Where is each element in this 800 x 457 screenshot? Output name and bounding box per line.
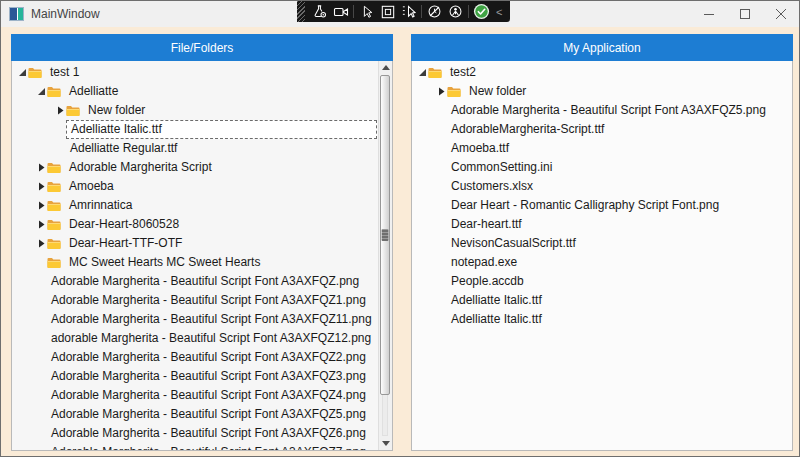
tree-item-label[interactable]: Adorable Margherita - Beautiful Script F… [47, 292, 370, 309]
tree-item-label[interactable]: New folder [84, 102, 149, 119]
tree-item-label[interactable]: notepad.exe [447, 254, 521, 271]
collapse-chevron-icon[interactable]: < [492, 6, 505, 18]
tree-item-label[interactable]: Adorable Margherita - Beautiful Script F… [47, 406, 370, 423]
tree-item-label[interactable]: Amoeba.ttf [447, 140, 513, 157]
tree-item-file[interactable]: Adorable Margherita - Beautiful Script F… [13, 291, 377, 310]
tree-item-folder[interactable]: Dear-Heart-8060528 [13, 215, 377, 234]
tree-item-file[interactable]: People.accdb [413, 272, 792, 291]
collapsed-icon[interactable] [35, 181, 47, 193]
tree-item-file[interactable]: adorable Margherita - Beautiful Script F… [13, 329, 377, 348]
tree-item-label[interactable]: Adelliatte Italic.ttf [447, 292, 546, 309]
tree-item-label[interactable]: People.accdb [447, 273, 528, 290]
tree-item-folder[interactable]: Amoeba [13, 177, 377, 196]
tree-item-file[interactable]: Adorable Margherita - Beautiful Script F… [13, 367, 377, 386]
tree-item-label[interactable]: Dear Heart - Romantic Calligraphy Script… [447, 197, 723, 214]
tree-item-label[interactable]: Adelliatte Italic.ttf [447, 311, 546, 328]
scroll-up-button[interactable] [379, 61, 392, 74]
tree-item-label[interactable]: test2 [446, 64, 480, 81]
tree-item-folder[interactable]: test2 [413, 63, 792, 82]
tree-item-folder[interactable]: Amrinnatica [13, 196, 377, 215]
tree-item-folder[interactable]: MC Sweet Hearts MC Sweet Hearts [13, 253, 377, 272]
tree-item-label[interactable]: New folder [465, 83, 530, 100]
tree-item-label[interactable]: Adorable Margherita - Beautiful Script F… [47, 349, 370, 366]
tree-item-label[interactable]: AdorableMargherita-Script.ttf [447, 121, 608, 138]
collapsed-icon[interactable] [35, 162, 47, 174]
tree-item-label[interactable]: Amoeba [65, 178, 118, 195]
minimize-button[interactable] [691, 1, 727, 27]
tree-item-label[interactable]: Adorable Margherita - Beautiful Script F… [47, 273, 363, 290]
tree-item-label[interactable]: test 1 [46, 64, 83, 81]
pointer-tracking-icon[interactable] [398, 1, 419, 22]
expanded-icon[interactable] [35, 86, 47, 98]
expanded-icon[interactable] [16, 67, 28, 79]
tree-item-label[interactable]: Adorable Margherita - Beautiful Script F… [47, 368, 370, 385]
tree-item-label[interactable]: Amrinnatica [65, 197, 136, 214]
drag-grip-icon[interactable] [297, 1, 305, 22]
tree-item-file[interactable]: Dear-heart.ttf [413, 215, 792, 234]
frame-capture-icon[interactable] [377, 1, 398, 22]
tree-item-file[interactable]: CommonSetting.ini [413, 158, 792, 177]
tree-item-file[interactable]: Adorable Margherita - Beautiful Script F… [13, 386, 377, 405]
tree-item-folder[interactable]: test 1 [13, 63, 377, 82]
tree-item-label[interactable]: Adorable Margherita - Beautiful Script F… [447, 102, 770, 119]
tree-item-label[interactable]: Dear-heart.ttf [447, 216, 526, 233]
tree-item-label[interactable]: Dear-Heart-8060528 [65, 216, 183, 233]
tree-item-label[interactable]: Adorable Margherita Script [65, 159, 216, 176]
tree-item-file[interactable]: AdorableMargherita-Script.ttf [413, 120, 792, 139]
tree-item-label[interactable]: CommonSetting.ini [447, 159, 556, 176]
tree-item-folder[interactable]: New folder [413, 82, 792, 101]
tree-item-label-selected[interactable]: Adelliatte Italic.ttf [66, 120, 377, 139]
collapsed-icon[interactable] [435, 86, 447, 98]
tree-item-folder[interactable]: New folder [13, 101, 377, 120]
tree-item-label[interactable]: adorable Margherita - Beautiful Script F… [47, 330, 375, 347]
tree-item-label[interactable]: Adelliatte [65, 83, 122, 100]
tree-item-file[interactable]: Adelliatte Italic.ttf [413, 310, 792, 329]
tree-item-label[interactable]: Customers.xlsx [447, 178, 537, 195]
window-controls [691, 1, 799, 27]
tree-item-label[interactable]: Adorable Margherita - Beautiful Script F… [47, 311, 376, 328]
tree-item-file[interactable]: Adorable Margherita - Beautiful Script F… [13, 424, 377, 443]
user-circle-icon[interactable] [445, 1, 466, 22]
expander-placeholder [35, 409, 47, 421]
collapsed-icon[interactable] [54, 105, 66, 117]
flask-settings-icon[interactable] [309, 1, 330, 22]
tree-item-folder[interactable]: Adelliatte [13, 82, 377, 101]
tree-item-label[interactable]: Adorable Margherita - Beautiful Script F… [47, 387, 370, 404]
tree-item-label[interactable]: Adorable Margherita - Beautiful Script F… [47, 425, 370, 442]
tree-item-file[interactable]: Dear Heart - Romantic Calligraphy Script… [413, 196, 792, 215]
tree-item-file[interactable]: Adorable Margherita - Beautiful Script F… [13, 310, 377, 329]
vertical-scrollbar[interactable] [378, 61, 392, 450]
tree-item-label[interactable]: Adelliatte Regular.ttf [66, 140, 181, 157]
scrollbar-track[interactable] [382, 394, 388, 436]
collapsed-icon[interactable] [35, 219, 47, 231]
tree-item-file[interactable]: Adelliatte Regular.ttf [13, 139, 377, 158]
tree-item-label[interactable]: NevisonCasualScript.ttf [447, 235, 580, 252]
collapsed-icon[interactable] [35, 200, 47, 212]
collapsed-icon[interactable] [35, 238, 47, 250]
tree-item-label[interactable]: Adorable Margherita - Beautiful Script F… [47, 444, 370, 451]
video-camera-icon[interactable] [330, 1, 351, 22]
tree-item-label[interactable]: MC Sweet Hearts MC Sweet Hearts [65, 254, 264, 271]
tree-item-file[interactable]: Adorable Margherita - Beautiful Script F… [13, 443, 377, 451]
expanded-icon[interactable] [416, 67, 428, 79]
timer-disabled-icon[interactable] [424, 1, 445, 22]
tree-item-file[interactable]: Customers.xlsx [413, 177, 792, 196]
tree-item-file[interactable]: Adorable Margherita - Beautiful Script F… [413, 101, 792, 120]
tree-item-folder[interactable]: Adorable Margherita Script [13, 158, 377, 177]
maximize-button[interactable] [727, 1, 763, 27]
tree-item-file[interactable]: Adelliatte Italic.ttf [13, 120, 377, 139]
tree-item-file[interactable]: Adorable Margherita - Beautiful Script F… [13, 272, 377, 291]
tree-item-folder[interactable]: Dear-Heart-TTF-OTF [13, 234, 377, 253]
tree-item-file[interactable]: Adorable Margherita - Beautiful Script F… [13, 405, 377, 424]
tree-item-file[interactable]: Amoeba.ttf [413, 139, 792, 158]
tree-item-file[interactable]: NevisonCasualScript.ttf [413, 234, 792, 253]
scroll-down-button[interactable] [379, 437, 392, 450]
pointer-icon[interactable] [356, 1, 377, 22]
tree-item-file[interactable]: notepad.exe [413, 253, 792, 272]
tree-item-label[interactable]: Dear-Heart-TTF-OTF [65, 235, 186, 252]
scrollbar-thumb[interactable] [380, 75, 390, 395]
close-button[interactable] [763, 1, 799, 27]
tree-item-file[interactable]: Adelliatte Italic.ttf [413, 291, 792, 310]
tree-item-file[interactable]: Adorable Margherita - Beautiful Script F… [13, 348, 377, 367]
status-ok-check-icon[interactable] [471, 1, 492, 22]
